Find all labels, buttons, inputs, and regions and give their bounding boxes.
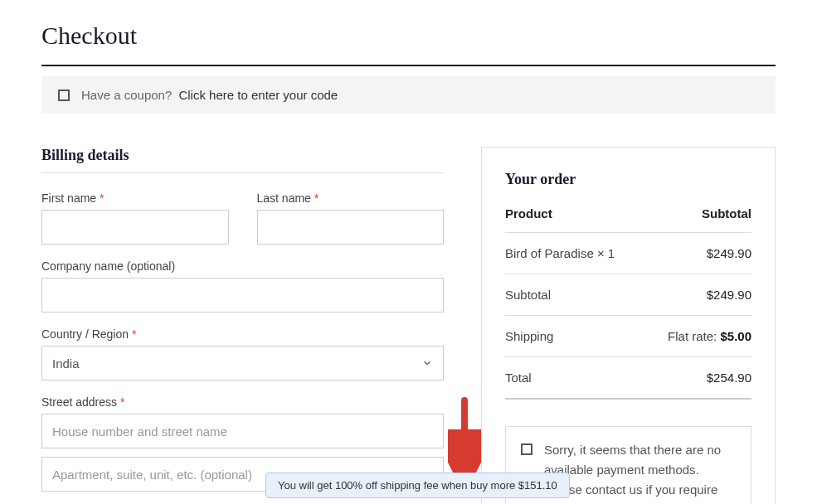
street-address-1-input[interactable] bbox=[41, 414, 444, 448]
subtotal-label: Subtotal bbox=[505, 288, 551, 302]
order-item-name: Bird of Paradise × 1 bbox=[505, 246, 615, 260]
street-label: Street address * bbox=[41, 395, 444, 409]
coupon-prompt: Have a coupon? bbox=[81, 88, 172, 102]
shipping-label: Shipping bbox=[505, 329, 553, 343]
country-select[interactable]: India bbox=[41, 346, 444, 380]
shipping-promo-tooltip: You will get 100% off shipping fee when … bbox=[265, 472, 570, 498]
coupon-link[interactable]: Click here to enter your code bbox=[178, 88, 338, 102]
shipping-value: Flat rate: $5.00 bbox=[668, 329, 751, 343]
billing-section: Billing details First name * Last name * bbox=[41, 147, 444, 504]
info-icon bbox=[521, 443, 533, 455]
billing-heading: Billing details bbox=[41, 147, 444, 164]
order-item-price: $249.90 bbox=[707, 246, 751, 260]
coupon-notice[interactable]: Have a coupon? Click here to enter your … bbox=[41, 76, 776, 114]
divider bbox=[41, 65, 776, 66]
first-name-input[interactable] bbox=[41, 210, 229, 245]
order-heading: Your order bbox=[505, 171, 751, 188]
chevron-down-icon bbox=[421, 357, 433, 369]
first-name-label: First name * bbox=[41, 191, 229, 205]
payment-message: Sorry, it seems that there are no availa… bbox=[544, 440, 736, 500]
country-value: India bbox=[52, 356, 80, 371]
total-value: $254.90 bbox=[707, 371, 751, 385]
col-subtotal: Subtotal bbox=[702, 206, 751, 220]
total-label: Total bbox=[505, 371, 532, 385]
country-label: Country / Region * bbox=[41, 327, 444, 341]
page-title: Checkout bbox=[41, 22, 776, 50]
last-name-label: Last name * bbox=[257, 191, 445, 205]
order-summary: Your order Product Subtotal Bird of Para… bbox=[481, 147, 776, 504]
col-product: Product bbox=[505, 206, 552, 220]
last-name-input[interactable] bbox=[257, 210, 445, 245]
coupon-icon bbox=[58, 90, 70, 101]
subtotal-value: $249.90 bbox=[707, 288, 751, 302]
company-input[interactable] bbox=[41, 278, 444, 313]
company-label: Company name (optional) bbox=[41, 259, 444, 273]
